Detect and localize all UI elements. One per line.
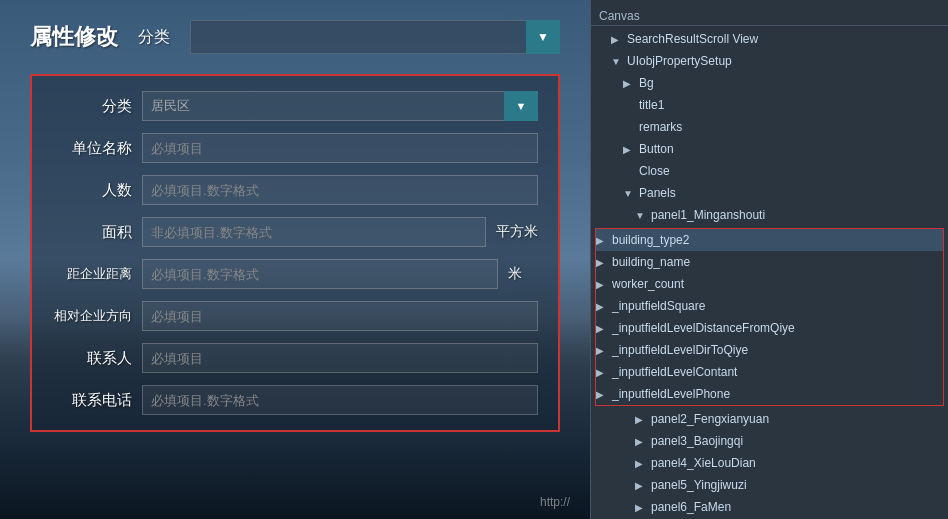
tree-arrow-inputfield-level-distance — [596, 323, 608, 334]
tree-arrow-button — [623, 144, 635, 155]
direction-input[interactable] — [142, 301, 538, 331]
unit-name-input[interactable] — [142, 133, 538, 163]
form-row-area: 面积 平方米 — [52, 217, 538, 247]
area-unit-label: 平方米 — [496, 223, 538, 241]
tree-item-inputfield-square[interactable]: _inputfieldSquare — [596, 295, 943, 317]
tree-item-worker-count[interactable]: worker_count — [596, 273, 943, 295]
form-row-direction: 相对企业方向 — [52, 301, 538, 331]
tree-arrow-panel4 — [635, 458, 647, 469]
category-dropdown-arrow[interactable] — [504, 91, 538, 121]
unit-name-input-wrapper — [142, 133, 538, 163]
tree-view-panel[interactable]: Canvas SearchResultScroll View UIobjProp… — [591, 0, 948, 519]
category-input[interactable] — [142, 91, 538, 121]
tree-arrow-panel6 — [635, 502, 647, 513]
distance-input-wrapper — [142, 259, 498, 289]
form-label-people-count: 人数 — [52, 181, 132, 200]
header-category-select[interactable] — [190, 20, 560, 54]
form-label-contact-phone: 联系电话 — [52, 391, 132, 410]
contact-person-input-wrapper — [142, 343, 538, 373]
contact-phone-input[interactable] — [142, 385, 538, 415]
tree-item-panel4[interactable]: panel4_XieLouDian — [591, 452, 948, 474]
tree-arrow-ui-obj-property-setup — [611, 56, 623, 67]
tree-arrow-building-type2 — [596, 235, 608, 246]
form-label-distance: 距企业距离 — [52, 265, 132, 283]
form-label-unit-name: 单位名称 — [52, 139, 132, 158]
tree-item-remarks[interactable]: remarks — [591, 116, 948, 138]
tree-arrow-inputfield-level-contant — [596, 367, 608, 378]
tree-item-inputfield-level-contant[interactable]: _inputfieldLevelContant — [596, 361, 943, 383]
tree-item-panel2[interactable]: panel2_Fengxianyuan — [591, 408, 948, 430]
tree-arrow-building-name — [596, 257, 608, 268]
category-header-label: 分类 — [138, 27, 170, 48]
tree-arrow-inputfield-level-dir — [596, 345, 608, 356]
area-input-wrapper — [142, 217, 486, 247]
tree-item-bg[interactable]: Bg — [591, 72, 948, 94]
category-select-wrapper — [142, 91, 538, 121]
tree-item-panel1-minganshouti[interactable]: panel1_Minganshouti — [591, 204, 948, 226]
tree-arrow-inputfield-square — [596, 301, 608, 312]
form-row-contact-person: 联系人 — [52, 343, 538, 373]
property-editor-panel: 属性修改 分类 分类 单位名称 人数 — [0, 0, 590, 519]
property-form: 分类 单位名称 人数 面积 平方米 距企 — [30, 74, 560, 432]
tree-root-label: Canvas — [591, 5, 948, 26]
tree-arrow-bg — [623, 78, 635, 89]
form-label-contact-person: 联系人 — [52, 349, 132, 368]
tree-item-building-name[interactable]: building_name — [596, 251, 943, 273]
tree-arrow-search-result-scroll — [611, 34, 623, 45]
tree-arrow-worker-count — [596, 279, 608, 290]
form-row-category: 分类 — [52, 91, 538, 121]
header-category-dropdown-btn[interactable] — [526, 20, 560, 54]
tree-item-panel3[interactable]: panel3_Baojingqi — [591, 430, 948, 452]
header-row: 属性修改 分类 — [30, 20, 560, 54]
tree-item-close[interactable]: Close — [591, 160, 948, 182]
tree-arrow-panels — [623, 188, 635, 199]
http-text: http:// — [540, 495, 570, 509]
contact-phone-input-wrapper — [142, 385, 538, 415]
distance-input[interactable] — [142, 259, 498, 289]
header-category-select-wrapper — [190, 20, 560, 54]
tree-arrow-panel5 — [635, 480, 647, 491]
form-label-direction: 相对企业方向 — [52, 307, 132, 325]
tree-item-building-type2[interactable]: building_type2 — [596, 229, 943, 251]
tree-item-button[interactable]: Button — [591, 138, 948, 160]
form-label-category: 分类 — [52, 97, 132, 116]
tree-item-panel6[interactable]: panel6_FaMen — [591, 496, 948, 518]
form-row-unit-name: 单位名称 — [52, 133, 538, 163]
people-count-input[interactable] — [142, 175, 538, 205]
tree-item-title1[interactable]: title1 — [591, 94, 948, 116]
tree-arrow-panel2 — [635, 414, 647, 425]
contact-person-input[interactable] — [142, 343, 538, 373]
tree-item-search-result-scroll[interactable]: SearchResultScroll View — [591, 28, 948, 50]
area-input[interactable] — [142, 217, 486, 247]
form-label-area: 面积 — [52, 223, 132, 242]
tree-item-panels[interactable]: Panels — [591, 182, 948, 204]
page-title: 属性修改 — [30, 22, 118, 52]
tree-item-inputfield-level-dir[interactable]: _inputfieldLevelDirToQiye — [596, 339, 943, 361]
form-row-distance: 距企业距离 米 — [52, 259, 538, 289]
people-count-input-wrapper — [142, 175, 538, 205]
tree-item-ui-obj-property-setup[interactable]: UIobjPropertySetup — [591, 50, 948, 72]
form-row-contact-phone: 联系电话 — [52, 385, 538, 415]
tree-item-inputfield-level-phone[interactable]: _inputfieldLevelPhone — [596, 383, 943, 405]
tree-red-section: building_type2 building_name worker_coun… — [595, 228, 944, 406]
tree-arrow-inputfield-level-phone — [596, 389, 608, 400]
tree-arrow-panel1-minganshouti — [635, 210, 647, 221]
tree-item-panel5[interactable]: panel5_Yingjiwuzi — [591, 474, 948, 496]
tree-item-inputfield-level-distance[interactable]: _inputfieldLevelDistanceFromQiye — [596, 317, 943, 339]
distance-unit-label: 米 — [508, 265, 538, 283]
form-row-people-count: 人数 — [52, 175, 538, 205]
tree-arrow-panel3 — [635, 436, 647, 447]
direction-input-wrapper — [142, 301, 538, 331]
